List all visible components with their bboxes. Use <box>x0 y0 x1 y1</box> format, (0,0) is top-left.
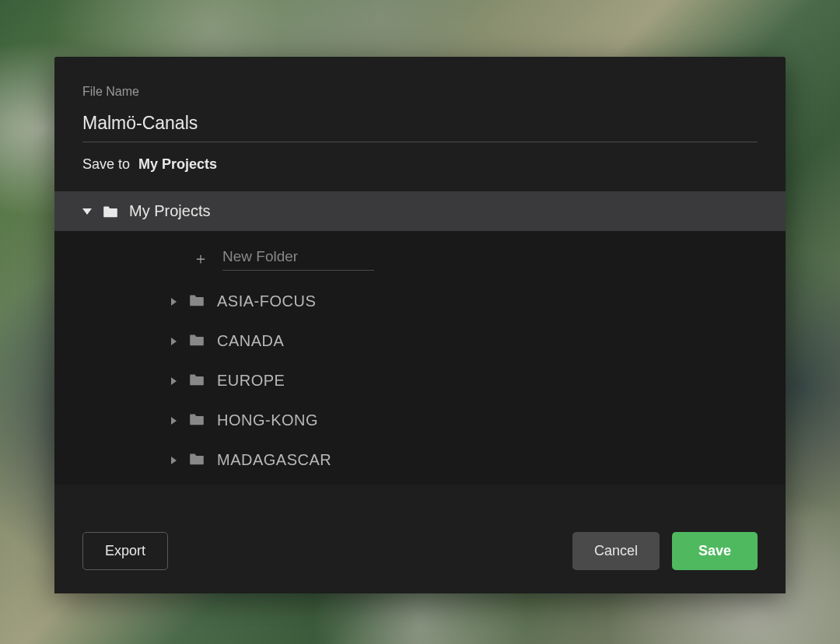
tree-folder-row[interactable]: CANADA <box>54 321 786 361</box>
new-folder-input[interactable] <box>222 247 374 271</box>
folder-label: MADAGASCAR <box>217 451 331 469</box>
tree-folder-row[interactable]: HONG-KONG <box>54 401 786 440</box>
folder-label: CANADA <box>217 332 284 350</box>
filename-input[interactable] <box>82 110 758 142</box>
plus-icon: ＋ <box>193 248 205 269</box>
tree-root-label: My Projects <box>129 202 210 220</box>
chevron-down-icon <box>82 208 92 215</box>
folder-tree[interactable]: My Projects ＋ ASIA-FOCUS <box>54 191 786 513</box>
folder-icon <box>189 334 205 349</box>
save-to-label: Save to <box>82 156 130 172</box>
folder-icon <box>189 373 205 389</box>
save-button[interactable]: Save <box>672 532 758 570</box>
save-dialog: File Name Save to My Projects My Project… <box>54 57 786 593</box>
chevron-right-icon <box>171 457 177 464</box>
cancel-button[interactable]: Cancel <box>572 532 660 570</box>
save-to-location: My Projects <box>138 156 217 172</box>
tree-folder-row[interactable]: MADAGASCAR <box>54 440 786 480</box>
dialog-footer: Export Cancel Save <box>54 513 786 593</box>
filename-label: File Name <box>82 85 758 99</box>
tree-children: ＋ ASIA-FOCUS CANADA <box>54 231 786 485</box>
tree-root-my-projects[interactable]: My Projects <box>54 191 786 231</box>
dialog-header: File Name Save to My Projects <box>54 57 786 191</box>
folder-icon <box>189 453 205 468</box>
tree-folder-row[interactable]: EUROPE <box>54 361 786 401</box>
folder-label: HONG-KONG <box>217 411 318 429</box>
chevron-right-icon <box>171 417 177 425</box>
chevron-right-icon <box>171 338 177 345</box>
chevron-right-icon <box>171 377 177 385</box>
save-to-row: Save to My Projects <box>82 156 758 191</box>
chevron-right-icon <box>171 298 177 306</box>
export-button[interactable]: Export <box>82 532 168 570</box>
new-folder-row[interactable]: ＋ <box>54 236 786 282</box>
tree-folder-row[interactable]: ASIA-FOCUS <box>54 282 786 321</box>
folder-icon <box>189 413 205 429</box>
folder-icon <box>189 294 205 310</box>
folder-label: ASIA-FOCUS <box>217 292 316 310</box>
folder-label: EUROPE <box>217 372 285 390</box>
folder-icon <box>103 205 118 218</box>
